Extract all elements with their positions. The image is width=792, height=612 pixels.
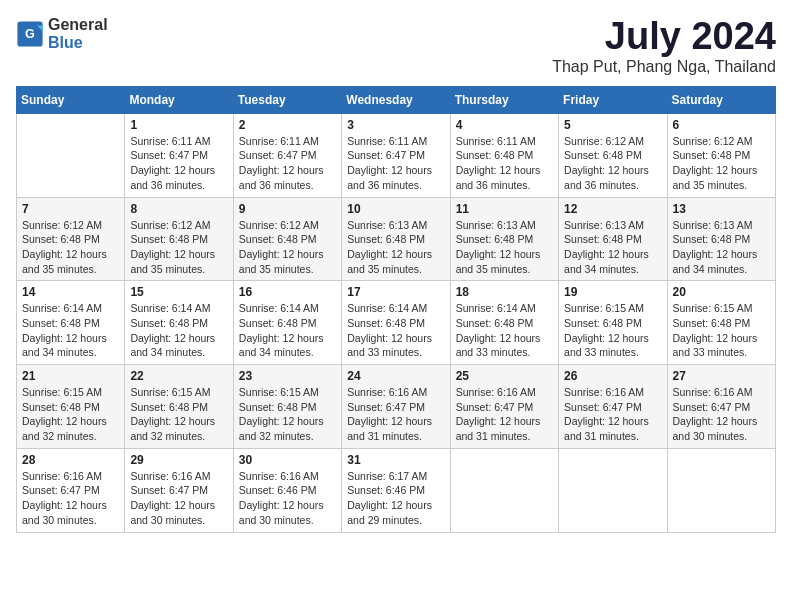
cell-text: Sunrise: 6:11 AMSunset: 6:47 PMDaylight:… <box>239 134 336 193</box>
cell-text: Sunrise: 6:17 AMSunset: 6:46 PMDaylight:… <box>347 469 444 528</box>
cell-text: Sunrise: 6:16 AMSunset: 6:46 PMDaylight:… <box>239 469 336 528</box>
calendar-cell: 31Sunrise: 6:17 AMSunset: 6:46 PMDayligh… <box>342 448 450 532</box>
day-number: 3 <box>347 118 444 132</box>
cell-text: Sunrise: 6:12 AMSunset: 6:48 PMDaylight:… <box>564 134 661 193</box>
calendar-cell: 29Sunrise: 6:16 AMSunset: 6:47 PMDayligh… <box>125 448 233 532</box>
cell-text: Sunrise: 6:12 AMSunset: 6:48 PMDaylight:… <box>130 218 227 277</box>
day-number: 19 <box>564 285 661 299</box>
cell-text: Sunrise: 6:16 AMSunset: 6:47 PMDaylight:… <box>456 385 553 444</box>
day-number: 17 <box>347 285 444 299</box>
cell-text: Sunrise: 6:12 AMSunset: 6:48 PMDaylight:… <box>239 218 336 277</box>
cell-text: Sunrise: 6:11 AMSunset: 6:47 PMDaylight:… <box>347 134 444 193</box>
day-header-sunday: Sunday <box>17 86 125 113</box>
svg-text:G: G <box>25 27 35 41</box>
cell-text: Sunrise: 6:13 AMSunset: 6:48 PMDaylight:… <box>347 218 444 277</box>
cell-text: Sunrise: 6:16 AMSunset: 6:47 PMDaylight:… <box>673 385 770 444</box>
calendar-cell: 21Sunrise: 6:15 AMSunset: 6:48 PMDayligh… <box>17 365 125 449</box>
logo: G General Blue <box>16 16 108 51</box>
cell-text: Sunrise: 6:11 AMSunset: 6:48 PMDaylight:… <box>456 134 553 193</box>
calendar-cell: 25Sunrise: 6:16 AMSunset: 6:47 PMDayligh… <box>450 365 558 449</box>
calendar-cell: 5Sunrise: 6:12 AMSunset: 6:48 PMDaylight… <box>559 113 667 197</box>
cell-text: Sunrise: 6:15 AMSunset: 6:48 PMDaylight:… <box>673 301 770 360</box>
day-number: 1 <box>130 118 227 132</box>
calendar-table: SundayMondayTuesdayWednesdayThursdayFrid… <box>16 86 776 533</box>
calendar-cell: 2Sunrise: 6:11 AMSunset: 6:47 PMDaylight… <box>233 113 341 197</box>
calendar-cell: 15Sunrise: 6:14 AMSunset: 6:48 PMDayligh… <box>125 281 233 365</box>
cell-text: Sunrise: 6:14 AMSunset: 6:48 PMDaylight:… <box>347 301 444 360</box>
cell-text: Sunrise: 6:13 AMSunset: 6:48 PMDaylight:… <box>673 218 770 277</box>
day-number: 26 <box>564 369 661 383</box>
day-header-wednesday: Wednesday <box>342 86 450 113</box>
day-number: 27 <box>673 369 770 383</box>
month-title: July 2024 <box>552 16 776 58</box>
day-number: 24 <box>347 369 444 383</box>
day-number: 7 <box>22 202 119 216</box>
cell-text: Sunrise: 6:12 AMSunset: 6:48 PMDaylight:… <box>22 218 119 277</box>
day-header-tuesday: Tuesday <box>233 86 341 113</box>
calendar-cell: 16Sunrise: 6:14 AMSunset: 6:48 PMDayligh… <box>233 281 341 365</box>
day-number: 16 <box>239 285 336 299</box>
calendar-cell: 27Sunrise: 6:16 AMSunset: 6:47 PMDayligh… <box>667 365 775 449</box>
location-title: Thap Put, Phang Nga, Thailand <box>552 58 776 76</box>
cell-text: Sunrise: 6:15 AMSunset: 6:48 PMDaylight:… <box>239 385 336 444</box>
cell-text: Sunrise: 6:16 AMSunset: 6:47 PMDaylight:… <box>130 469 227 528</box>
cell-text: Sunrise: 6:11 AMSunset: 6:47 PMDaylight:… <box>130 134 227 193</box>
calendar-cell: 7Sunrise: 6:12 AMSunset: 6:48 PMDaylight… <box>17 197 125 281</box>
day-number: 25 <box>456 369 553 383</box>
cell-text: Sunrise: 6:15 AMSunset: 6:48 PMDaylight:… <box>22 385 119 444</box>
day-number: 28 <box>22 453 119 467</box>
calendar-cell: 8Sunrise: 6:12 AMSunset: 6:48 PMDaylight… <box>125 197 233 281</box>
calendar-cell <box>667 448 775 532</box>
day-number: 20 <box>673 285 770 299</box>
day-number: 4 <box>456 118 553 132</box>
calendar-cell: 11Sunrise: 6:13 AMSunset: 6:48 PMDayligh… <box>450 197 558 281</box>
cell-text: Sunrise: 6:16 AMSunset: 6:47 PMDaylight:… <box>22 469 119 528</box>
calendar-cell: 6Sunrise: 6:12 AMSunset: 6:48 PMDaylight… <box>667 113 775 197</box>
cell-text: Sunrise: 6:15 AMSunset: 6:48 PMDaylight:… <box>130 385 227 444</box>
day-number: 9 <box>239 202 336 216</box>
calendar-cell <box>559 448 667 532</box>
day-number: 23 <box>239 369 336 383</box>
calendar-cell <box>450 448 558 532</box>
day-number: 21 <box>22 369 119 383</box>
calendar-cell: 30Sunrise: 6:16 AMSunset: 6:46 PMDayligh… <box>233 448 341 532</box>
calendar-cell: 14Sunrise: 6:14 AMSunset: 6:48 PMDayligh… <box>17 281 125 365</box>
day-number: 5 <box>564 118 661 132</box>
day-number: 6 <box>673 118 770 132</box>
logo-icon: G <box>16 20 44 48</box>
calendar-cell: 1Sunrise: 6:11 AMSunset: 6:47 PMDaylight… <box>125 113 233 197</box>
calendar-cell: 24Sunrise: 6:16 AMSunset: 6:47 PMDayligh… <box>342 365 450 449</box>
cell-text: Sunrise: 6:16 AMSunset: 6:47 PMDaylight:… <box>347 385 444 444</box>
day-number: 30 <box>239 453 336 467</box>
day-header-saturday: Saturday <box>667 86 775 113</box>
cell-text: Sunrise: 6:14 AMSunset: 6:48 PMDaylight:… <box>456 301 553 360</box>
day-number: 2 <box>239 118 336 132</box>
day-header-friday: Friday <box>559 86 667 113</box>
cell-text: Sunrise: 6:13 AMSunset: 6:48 PMDaylight:… <box>456 218 553 277</box>
calendar-cell: 17Sunrise: 6:14 AMSunset: 6:48 PMDayligh… <box>342 281 450 365</box>
calendar-cell: 13Sunrise: 6:13 AMSunset: 6:48 PMDayligh… <box>667 197 775 281</box>
day-number: 18 <box>456 285 553 299</box>
cell-text: Sunrise: 6:15 AMSunset: 6:48 PMDaylight:… <box>564 301 661 360</box>
day-number: 12 <box>564 202 661 216</box>
cell-text: Sunrise: 6:16 AMSunset: 6:47 PMDaylight:… <box>564 385 661 444</box>
cell-text: Sunrise: 6:13 AMSunset: 6:48 PMDaylight:… <box>564 218 661 277</box>
calendar-cell: 18Sunrise: 6:14 AMSunset: 6:48 PMDayligh… <box>450 281 558 365</box>
calendar-cell: 20Sunrise: 6:15 AMSunset: 6:48 PMDayligh… <box>667 281 775 365</box>
calendar-cell: 3Sunrise: 6:11 AMSunset: 6:47 PMDaylight… <box>342 113 450 197</box>
day-number: 14 <box>22 285 119 299</box>
header: G General Blue July 2024 Thap Put, Phang… <box>16 16 776 76</box>
calendar-cell: 4Sunrise: 6:11 AMSunset: 6:48 PMDaylight… <box>450 113 558 197</box>
cell-text: Sunrise: 6:14 AMSunset: 6:48 PMDaylight:… <box>239 301 336 360</box>
cell-text: Sunrise: 6:14 AMSunset: 6:48 PMDaylight:… <box>130 301 227 360</box>
cell-text: Sunrise: 6:14 AMSunset: 6:48 PMDaylight:… <box>22 301 119 360</box>
day-header-thursday: Thursday <box>450 86 558 113</box>
calendar-cell: 9Sunrise: 6:12 AMSunset: 6:48 PMDaylight… <box>233 197 341 281</box>
calendar-cell: 19Sunrise: 6:15 AMSunset: 6:48 PMDayligh… <box>559 281 667 365</box>
day-number: 31 <box>347 453 444 467</box>
day-header-monday: Monday <box>125 86 233 113</box>
calendar-cell <box>17 113 125 197</box>
day-number: 15 <box>130 285 227 299</box>
logo-general: General <box>48 16 108 34</box>
calendar-cell: 22Sunrise: 6:15 AMSunset: 6:48 PMDayligh… <box>125 365 233 449</box>
